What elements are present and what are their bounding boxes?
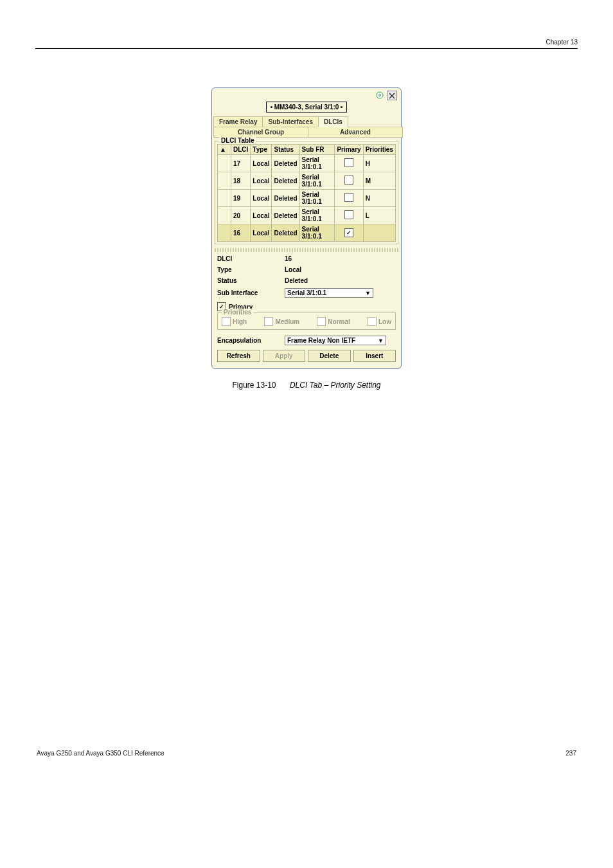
cell-subfr: Serial 3/1:0.1: [299, 224, 335, 242]
page-footer: Avaya G250 and Avaya G350 CLI Reference …: [35, 750, 578, 757]
apply-button[interactable]: Apply: [263, 350, 306, 362]
cell-status: Deleted: [272, 190, 299, 207]
chevron-down-icon: ▼: [378, 338, 384, 344]
subif-select[interactable]: Serial 3/1:0.1 ▼: [285, 288, 373, 298]
cell-dlci: 17: [231, 155, 251, 172]
prio-medium-checkbox[interactable]: [264, 317, 273, 326]
footer-left: Avaya G250 and Avaya G350 CLI Reference: [37, 750, 164, 757]
cell-dlci: 20: [231, 207, 251, 224]
prio-normal-label: Normal: [328, 318, 350, 325]
cell-prio: N: [363, 190, 395, 207]
col-status[interactable]: Status: [272, 145, 299, 155]
cell-status: Deleted: [272, 224, 299, 242]
cell-dlci: 19: [231, 190, 251, 207]
cell-type: Local: [251, 224, 272, 242]
breadcrumb-text: MM340-3, Serial 3/1:0: [274, 104, 339, 111]
prio-high-label: High: [233, 318, 247, 325]
primary-checkbox[interactable]: [344, 228, 353, 237]
refresh-button[interactable]: Refresh: [217, 350, 260, 362]
cell-subfr: Serial 3/1:0.1: [299, 155, 335, 172]
breadcrumb: MM340-3, Serial 3/1:0: [266, 102, 348, 113]
cell-status: Deleted: [272, 155, 299, 172]
col-sort[interactable]: ▲: [218, 145, 231, 155]
bc-dot-icon: [341, 106, 342, 108]
prio-medium-label: Medium: [275, 318, 299, 325]
cell-type: Local: [251, 155, 272, 172]
figure-number: Figure 13-10: [232, 381, 276, 390]
delete-button[interactable]: Delete: [308, 350, 351, 362]
divider: [35, 48, 578, 49]
prio-low-label: Low: [378, 318, 391, 325]
chevron-down-icon: ▼: [365, 290, 371, 296]
type-value: Local: [285, 266, 396, 273]
table-row[interactable]: 20 Local Deleted Serial 3/1:0.1 L: [218, 207, 396, 224]
figure-caption: Figure 13-10 DLCI Tab – Priority Setting: [35, 381, 578, 390]
dlci-value: 16: [285, 255, 396, 262]
help-icon[interactable]: ?: [375, 91, 384, 99]
dlci-table-legend: DLCI Table: [219, 137, 256, 144]
bc-dot-icon: [271, 106, 272, 108]
figure-title: DLCI Tab – Priority Setting: [290, 381, 381, 390]
table-row[interactable]: 18 Local Deleted Serial 3/1:0.1 M: [218, 172, 396, 190]
prio-high-checkbox[interactable]: [222, 317, 231, 326]
primary-checkbox[interactable]: [344, 193, 353, 202]
tab-sub-interfaces[interactable]: Sub-Interfaces: [262, 116, 318, 127]
cell-status: Deleted: [272, 207, 299, 224]
col-subfr[interactable]: Sub FR: [299, 145, 335, 155]
titlebar: ?: [212, 88, 401, 102]
table-row[interactable]: 19 Local Deleted Serial 3/1:0.1 N: [218, 190, 396, 207]
dlci-panel: ? MM340-3, Serial 3/1:0 Frame Relay Sub-…: [211, 87, 402, 369]
cell-dlci: 16: [231, 224, 251, 242]
subif-value: Serial 3/1:0.1: [287, 289, 326, 296]
tab-advanced[interactable]: Advanced: [308, 127, 403, 138]
col-priorities[interactable]: Priorities: [363, 145, 395, 155]
cell-prio: L: [363, 207, 395, 224]
encap-label: Encapsulation: [217, 337, 285, 344]
cell-type: Local: [251, 172, 272, 190]
table-row[interactable]: 17 Local Deleted Serial 3/1:0.1 H: [218, 155, 396, 172]
tab-frame-relay[interactable]: Frame Relay: [213, 116, 263, 127]
insert-button[interactable]: Insert: [353, 350, 396, 362]
dlci-label: DLCI: [217, 255, 285, 262]
primary-checkbox[interactable]: [344, 176, 353, 185]
chapter-label: Chapter 13: [35, 39, 578, 46]
cell-status: Deleted: [272, 172, 299, 190]
type-label: Type: [217, 266, 285, 273]
subif-label: Sub Interface: [217, 289, 285, 296]
splitter-grip[interactable]: [215, 248, 398, 252]
priorities-legend: Priorities: [222, 309, 253, 316]
cell-prio: M: [363, 172, 395, 190]
encap-select[interactable]: Frame Relay Non IETF ▼: [285, 336, 386, 345]
cell-prio: [363, 224, 395, 242]
primary-checkbox[interactable]: [344, 210, 353, 219]
tab-channel-group[interactable]: Channel Group: [213, 127, 308, 138]
col-type[interactable]: Type: [251, 145, 272, 155]
col-dlci[interactable]: DLCI: [231, 145, 251, 155]
button-row: Refresh Apply Delete Insert: [212, 347, 401, 363]
cell-prio: H: [363, 155, 395, 172]
primary-checkbox[interactable]: [344, 158, 353, 167]
cell-subfr: Serial 3/1:0.1: [299, 207, 335, 224]
dlci-table: ▲ DLCI Type Status Sub FR Primary Priori…: [217, 144, 396, 242]
dlci-table-fieldset: DLCI Table ▲ DLCI Type Status Sub FR Pri…: [215, 141, 398, 244]
close-icon[interactable]: [387, 91, 397, 100]
footer-right: 237: [565, 750, 576, 757]
prio-normal-checkbox[interactable]: [317, 317, 326, 326]
status-value: Deleted: [285, 277, 396, 284]
priorities-fieldset: Priorities High Medium Normal Low: [217, 312, 396, 330]
col-primary[interactable]: Primary: [335, 145, 363, 155]
prio-low-checkbox[interactable]: [368, 317, 377, 326]
tab-row-2: Channel Group Advanced: [213, 127, 402, 137]
status-label: Status: [217, 277, 285, 284]
cell-dlci: 18: [231, 172, 251, 190]
cell-subfr: Serial 3/1:0.1: [299, 190, 335, 207]
tab-row-1: Frame Relay Sub-Interfaces DLCIs: [213, 116, 400, 127]
cell-type: Local: [251, 207, 272, 224]
encap-value: Frame Relay Non IETF: [287, 337, 355, 344]
cell-subfr: Serial 3/1:0.1: [299, 172, 335, 190]
svg-text:?: ?: [378, 93, 382, 98]
tab-dlcis[interactable]: DLCIs: [318, 116, 348, 127]
table-row[interactable]: 16 Local Deleted Serial 3/1:0.1: [218, 224, 396, 242]
cell-type: Local: [251, 190, 272, 207]
